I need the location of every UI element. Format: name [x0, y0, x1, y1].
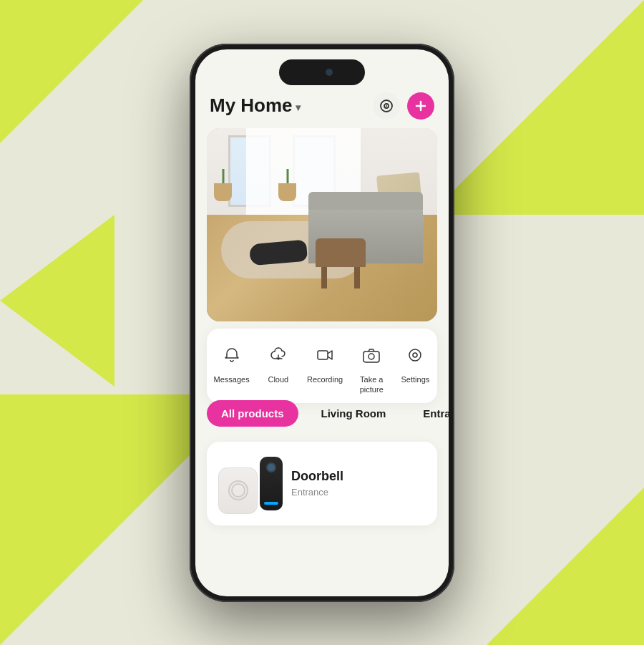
- plant-pot-1: [214, 183, 232, 201]
- recording-label: Recording: [307, 374, 343, 384]
- cloud-label: Cloud: [268, 374, 288, 384]
- bg-triangle-bottom-right: [487, 488, 644, 645]
- app-header: My Home ▾: [195, 92, 449, 120]
- svg-rect-5: [318, 351, 328, 359]
- settings-icon: [400, 340, 430, 370]
- curtain-left: [246, 128, 303, 228]
- doorbell-ring-inner: [231, 483, 245, 498]
- action-settings[interactable]: Settings: [400, 340, 430, 395]
- doorbell-camera-unit: [260, 457, 283, 510]
- doorbell-base-unit: [218, 467, 258, 514]
- front-camera: [326, 69, 333, 76]
- phone-frame: My Home ▾: [190, 44, 454, 602]
- bg-triangle-mid-left: [0, 215, 114, 387]
- tab-all-products[interactable]: All products: [207, 400, 298, 427]
- product-image: [218, 453, 283, 514]
- action-recording[interactable]: Recording: [307, 340, 343, 395]
- action-cloud[interactable]: Cloud: [263, 340, 293, 395]
- home-title-text: My Home: [210, 94, 293, 117]
- scan-button[interactable]: [373, 92, 400, 120]
- product-name: Doorbell: [291, 469, 426, 484]
- plant-pot-2: [278, 183, 296, 201]
- scene-cat: [249, 239, 308, 266]
- plus-icon: [414, 100, 427, 112]
- camera-icon: [356, 340, 386, 370]
- doorbell-lens: [266, 462, 276, 472]
- settings-label: Settings: [401, 374, 430, 384]
- add-button[interactable]: [407, 92, 434, 120]
- doorbell-ring: [228, 480, 248, 500]
- bg-triangle-top-right: [429, 0, 644, 215]
- action-bar: Messages Cloud: [207, 329, 437, 404]
- svg-point-9: [413, 353, 417, 357]
- filter-tabs: All products Living Room Entrance: [207, 400, 437, 427]
- action-messages[interactable]: Messages: [214, 340, 250, 395]
- bg-triangle-top-left: [0, 0, 143, 143]
- recording-icon: [310, 340, 340, 370]
- messages-label: Messages: [214, 374, 250, 384]
- action-take-picture[interactable]: Take apicture: [356, 340, 386, 395]
- scan-icon: [379, 99, 394, 113]
- product-card-doorbell[interactable]: Doorbell Entrance: [207, 442, 437, 525]
- product-location: Entrance: [291, 487, 426, 498]
- bell-icon: [217, 340, 247, 370]
- take-picture-label: Take apicture: [360, 374, 384, 395]
- chevron-down-icon: ▾: [296, 102, 301, 113]
- home-title[interactable]: My Home ▾: [210, 94, 301, 117]
- camera-scene: [207, 128, 437, 321]
- product-info: Doorbell Entrance: [291, 469, 426, 498]
- phone-device: My Home ▾: [190, 44, 454, 602]
- camera-feed[interactable]: [207, 128, 437, 321]
- phone-screen: My Home ▾: [195, 49, 449, 596]
- scene-table: [316, 238, 366, 267]
- tab-entrance[interactable]: Entrance: [409, 400, 449, 427]
- header-actions: [373, 92, 434, 120]
- svg-point-8: [409, 349, 421, 361]
- doorbell-stripe: [264, 502, 278, 505]
- svg-point-7: [369, 354, 374, 359]
- dynamic-island: [279, 59, 365, 85]
- svg-point-2: [386, 105, 387, 107]
- cloud-icon: [263, 340, 293, 370]
- tab-living-room[interactable]: Living Room: [307, 400, 401, 427]
